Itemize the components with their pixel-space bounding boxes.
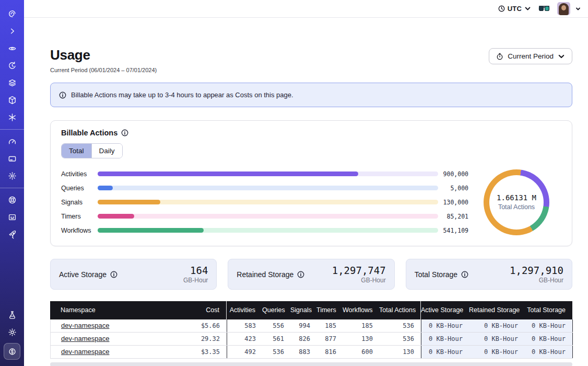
donut-chart: 1.66131 M Total Actions [484,169,549,235]
bar-value: 5,000 [438,185,472,192]
total-actions-value: 1.66131 M [497,193,536,202]
total-actions-label: Total Actions [498,203,535,211]
info-icon[interactable] [110,271,117,278]
table-cell: 492 [227,346,263,358]
active-storage-value: 164 [183,265,208,276]
table-cell: 0 KB-Hour [421,319,469,332]
nexus-asterisk-icon[interactable] [0,109,24,126]
namespace-cell: dev-namespace [51,319,186,332]
console-icon[interactable] [0,209,24,226]
period-selector-button[interactable]: Current Period [489,48,572,64]
usage-billing-active-icon[interactable] [4,343,20,360]
bar-fill [98,200,160,204]
info-banner: Billable Actions may take up to 3-4 hour… [50,83,572,107]
table-cell: 0 KB-Hour [469,346,525,358]
table-cell: 185 [343,319,380,332]
timezone-label: UTC [508,5,522,13]
namespace-link[interactable]: dev-namespace [61,322,110,329]
bar-row-queries: Queries5,000 [61,181,472,195]
namespaces-icon[interactable] [0,40,24,57]
theme-sun-icon[interactable] [0,324,24,341]
billing-card-icon[interactable] [0,150,24,167]
cube-icon[interactable] [0,92,24,109]
donut-column: 1.66131 M Total Actions [472,167,561,237]
layers-icon[interactable] [0,74,24,92]
namespace-link[interactable]: dev-namespace [61,335,110,342]
labs-flask-icon[interactable] [0,306,24,324]
billable-actions-title: Billable Actions [61,129,117,137]
info-icon[interactable] [461,271,468,278]
temporal-logo-icon[interactable] [0,5,24,22]
horizontal-scrollbar[interactable] [50,362,572,366]
bar-row-timers: Timers85,201 [61,209,472,223]
bar-label: Signals [61,199,98,206]
tab-total[interactable]: Total [62,144,91,158]
table-cell: 0 KB-Hour [525,346,573,358]
timezone-selector[interactable]: UTC [498,5,531,13]
column-header-cost: Cost [186,301,227,319]
table-cell: 561 [263,333,291,345]
table-cell: 0 KB-Hour [421,346,469,358]
bar-fill [98,228,204,233]
namespace-usage-table: NamespaceCostActivitiesQueriesSignalsTim… [50,301,572,366]
column-header-retained-storage: Retained Storage [469,301,524,319]
usage-gauge-icon[interactable] [0,133,24,150]
info-icon[interactable] [297,271,304,278]
bar-fill [98,186,113,190]
info-icon [59,92,66,99]
table-cell: 185 [317,319,343,332]
retained-storage-card: Retained Storage 1,297,747 GB-Hour [228,259,394,290]
table-cell: 994 [291,319,317,332]
rocket-icon[interactable] [0,226,24,243]
user-avatar[interactable] [557,2,570,15]
info-icon[interactable] [121,129,128,136]
table-cell: 883 [291,346,317,358]
bar-track [98,228,438,233]
bar-track [98,186,438,190]
page-subtitle: Current Period (06/01/2024 – 07/01/2024) [50,67,157,73]
bar-value: 541,109 [438,227,472,234]
support-lifebuoy-icon[interactable] [0,191,24,209]
table-row: dev-namespace$5.665835569941851855360 KB… [50,319,572,333]
table-cell: 130 [380,346,421,358]
glasses-icon[interactable] [538,5,550,13]
column-header-timers: Timers [316,301,343,319]
user-menu-chevron-icon[interactable] [575,6,581,12]
table-cell: 0 KB-Hour [469,333,525,345]
bar-track [98,171,438,176]
table-cell: 29.32 [186,333,227,345]
bar-row-signals: Signals130,000 [61,195,472,209]
bar-row-workflows: Workflows541,109 [61,223,472,237]
table-cell: 0 KB-Hour [525,319,573,332]
table-cell: 423 [227,333,263,345]
namespace-cell: dev-namespace [51,333,186,345]
settings-gear-icon[interactable] [0,167,24,185]
column-header-queries: Queries [262,301,290,319]
namespace-cell: dev-namespace [51,346,186,358]
table-header: NamespaceCostActivitiesQueriesSignalsTim… [50,301,572,319]
bar-value: 85,201 [438,213,472,220]
storage-cards-row: Active Storage 164 GB-Hour Retained Stor… [50,259,572,290]
retained-storage-label: Retained Storage [237,270,293,279]
total-storage-card: Total Storage 1,297,910 GB-Hour [406,259,572,290]
expand-sidebar-icon[interactable] [0,22,24,40]
table-cell: 826 [291,333,317,345]
table-cell: 536 [263,346,291,358]
topbar: UTC [24,0,588,18]
namespace-link[interactable]: dev-namespace [61,348,110,356]
column-header-active-storage: Active Storage [421,301,469,319]
bar-label: Activities [61,170,98,178]
table-cell: 816 [317,346,343,358]
table-cell: 0 KB-Hour [421,333,469,345]
column-header-signals: Signals [290,301,316,319]
total-daily-tabs: TotalDaily [61,143,123,158]
table-cell: 0 KB-Hour [469,319,525,332]
table-cell: 536 [380,319,421,332]
history-icon[interactable] [0,57,24,74]
donut-center: 1.66131 M Total Actions [489,175,544,230]
total-storage-value: 1,297,910 [510,265,563,276]
bar-track [98,200,438,204]
tab-daily[interactable]: Daily [91,144,122,158]
total-storage-label: Total Storage [415,270,458,279]
main-content: Usage Current Period (06/01/2024 – 07/01… [24,47,588,366]
